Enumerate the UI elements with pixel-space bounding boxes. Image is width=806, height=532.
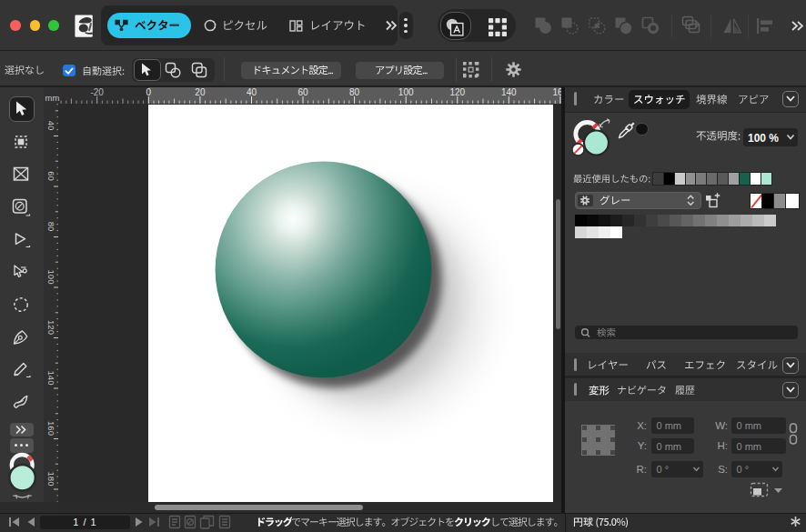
svg-text:40: 40 bbox=[46, 120, 56, 130]
svg-text:140: 140 bbox=[46, 370, 56, 385]
svg-text:-20: -20 bbox=[90, 87, 104, 97]
svg-text:80: 80 bbox=[46, 221, 56, 231]
svg-text:120: 120 bbox=[449, 87, 465, 97]
svg-text:40: 40 bbox=[247, 87, 257, 97]
svg-text:60: 60 bbox=[297, 87, 308, 97]
svg-text:160: 160 bbox=[46, 421, 56, 436]
svg-text:180: 180 bbox=[46, 471, 56, 486]
svg-text:100: 100 bbox=[398, 87, 414, 97]
svg-text:60: 60 bbox=[46, 171, 56, 181]
svg-text:100: 100 bbox=[46, 269, 56, 284]
svg-text:20: 20 bbox=[195, 87, 206, 97]
svg-text:0: 0 bbox=[146, 87, 152, 97]
svg-text:140: 140 bbox=[501, 87, 517, 97]
svg-text:80: 80 bbox=[349, 87, 360, 97]
svg-text:160: 160 bbox=[553, 87, 561, 97]
svg-text:120: 120 bbox=[46, 320, 56, 335]
